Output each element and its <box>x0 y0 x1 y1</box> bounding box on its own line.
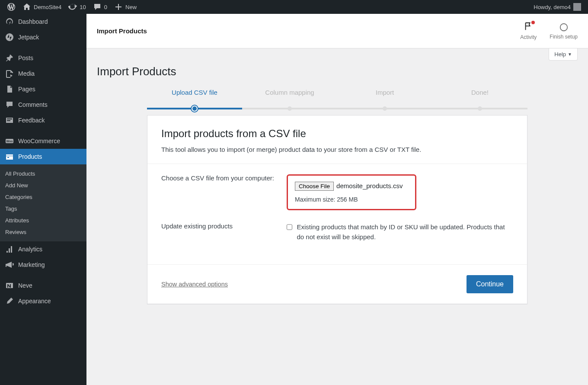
label: Neve <box>18 282 32 289</box>
label: Posts <box>18 55 33 61</box>
submenu-add-new[interactable]: Add New <box>0 180 86 191</box>
comments-link[interactable]: 0 <box>89 0 111 14</box>
header-bar: Import Products Activity Finish setup <box>86 14 588 48</box>
step-done: Done! <box>432 89 527 106</box>
label: Jetpack <box>18 34 39 41</box>
choose-file-button[interactable]: Choose File <box>295 182 334 191</box>
sidebar-item-marketing[interactable]: Marketing <box>0 257 86 273</box>
sidebar-item-comments[interactable]: Comments <box>0 97 86 112</box>
max-size-text: Maximum size: 256 MB <box>295 196 408 203</box>
label: Marketing <box>18 261 45 268</box>
account-link[interactable]: Howdy, demo4 <box>530 0 585 14</box>
svg-point-0 <box>6 33 13 41</box>
label: Column mapping <box>265 89 314 96</box>
svg-point-4 <box>560 23 567 31</box>
neve-icon <box>5 281 14 290</box>
sidebar-item-appearance[interactable]: Appearance <box>0 293 86 309</box>
jetpack-icon <box>5 33 14 42</box>
avatar <box>573 3 581 11</box>
new-link[interactable]: New <box>111 0 140 14</box>
activity-button[interactable]: Activity <box>520 22 537 40</box>
updates-link[interactable]: 10 <box>65 0 89 14</box>
admin-bar: DemoSite4 10 0 New Howdy, demo4 <box>0 0 588 14</box>
site-name: DemoSite4 <box>34 4 61 10</box>
sidebar-item-pages[interactable]: Pages <box>0 81 86 97</box>
finish-setup-button[interactable]: Finish setup <box>550 22 578 40</box>
label: Analytics <box>18 246 42 253</box>
label: Import <box>376 89 394 96</box>
label: Done! <box>471 89 489 96</box>
comments-count: 0 <box>104 4 107 10</box>
label: Dashboard <box>18 18 48 25</box>
plus-icon <box>114 3 123 11</box>
continue-button[interactable]: Continue <box>467 275 513 293</box>
label: WooCommerce <box>18 138 60 144</box>
sidebar-item-neve[interactable]: Neve <box>0 278 86 293</box>
products-icon <box>5 152 14 161</box>
label: Upload CSV file <box>172 89 217 96</box>
update-existing-label: Update existing products <box>161 222 278 242</box>
panel-description: This tool allows you to import (or merge… <box>161 146 513 153</box>
label: Help <box>554 51 566 58</box>
content-area: Import Products Activity Finish setup He… <box>86 14 588 304</box>
step-dot <box>478 106 482 111</box>
circle-icon <box>559 22 569 32</box>
new-label: New <box>125 4 137 10</box>
submenu-reviews[interactable]: Reviews <box>0 226 86 238</box>
chevron-down-icon: ▼ <box>568 52 572 57</box>
svg-text:Woo: Woo <box>6 140 13 143</box>
marketing-icon <box>5 260 14 269</box>
wordpress-icon <box>7 3 16 11</box>
appearance-icon <box>5 297 14 305</box>
sidebar-item-jetpack[interactable]: Jetpack <box>0 29 86 45</box>
page-title: Import Products <box>97 65 578 78</box>
dashboard-icon <box>5 17 14 26</box>
update-existing-desc: Existing products that match by ID or SK… <box>297 222 513 242</box>
panel-heading: Import products from a CSV file <box>161 128 513 140</box>
submenu-all-products[interactable]: All Products <box>0 168 86 180</box>
progress-stepper: Upload CSV file Column mapping Import Do… <box>147 89 527 106</box>
step-dot <box>288 106 292 111</box>
home-icon <box>22 3 31 11</box>
label: Finish setup <box>550 34 578 40</box>
selected-filename: demosite_products.csv <box>336 182 403 189</box>
admin-sidebar: Dashboard Jetpack Posts Media Pages Comm… <box>0 14 86 385</box>
step-dot <box>383 106 387 111</box>
comments-icon <box>5 100 14 109</box>
pin-icon <box>5 54 14 62</box>
label: Activity <box>520 34 537 40</box>
submenu-attributes[interactable]: Attributes <box>0 215 86 226</box>
media-icon <box>5 69 14 78</box>
show-advanced-link[interactable]: Show advanced options <box>161 281 228 288</box>
step-import: Import <box>337 89 432 106</box>
sidebar-item-woocommerce[interactable]: WooWooCommerce <box>0 133 86 149</box>
sidebar-item-dashboard[interactable]: Dashboard <box>0 14 86 29</box>
sidebar-item-feedback[interactable]: Feedback <box>0 112 86 128</box>
feedback-icon <box>5 116 14 125</box>
sidebar-item-media[interactable]: Media <box>0 66 86 81</box>
greeting: Howdy, demo4 <box>534 4 571 10</box>
wp-logo[interactable] <box>3 0 19 14</box>
file-input-highlight: Choose Filedemosite_products.csv Maximum… <box>287 174 416 210</box>
step-dot <box>192 106 198 112</box>
import-panel: Import products from a CSV file This too… <box>147 115 527 304</box>
site-link[interactable]: DemoSite4 <box>19 0 65 14</box>
header-title: Import Products <box>97 27 147 35</box>
update-existing-checkbox[interactable] <box>287 223 292 231</box>
label: Appearance <box>18 298 51 305</box>
sidebar-item-posts[interactable]: Posts <box>0 50 86 66</box>
label: Pages <box>18 86 35 93</box>
submenu-tags[interactable]: Tags <box>0 203 86 215</box>
label: Products <box>18 153 42 160</box>
sidebar-item-products[interactable]: Products <box>0 149 86 164</box>
step-upload: Upload CSV file <box>147 89 242 106</box>
updates-count: 10 <box>80 4 86 10</box>
submenu-categories[interactable]: Categories <box>0 191 86 203</box>
choose-file-label: Choose a CSV file from your computer: <box>161 174 278 210</box>
update-icon <box>68 3 77 11</box>
label: Media <box>18 70 35 77</box>
products-submenu: All Products Add New Categories Tags Att… <box>0 164 86 241</box>
label: Feedback <box>18 117 45 124</box>
help-tab[interactable]: Help▼ <box>549 48 578 61</box>
sidebar-item-analytics[interactable]: Analytics <box>0 241 86 257</box>
